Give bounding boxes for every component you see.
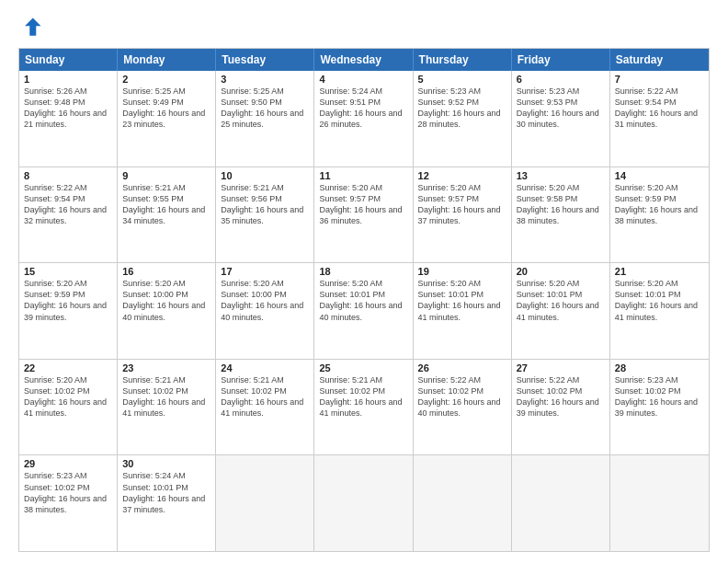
day-number: 21	[615, 266, 704, 277]
calendar-cell: 8Sunrise: 5:22 AM Sunset: 9:54 PM Daylig…	[19, 167, 118, 263]
day-detail: Sunrise: 5:21 AM Sunset: 9:55 PM Dayligh…	[122, 182, 210, 227]
calendar-cell: 27Sunrise: 5:22 AM Sunset: 10:02 PM Dayl…	[512, 360, 610, 455]
day-detail: Sunrise: 5:20 AM Sunset: 10:00 PM Daylig…	[122, 278, 210, 323]
calendar-cell: 24Sunrise: 5:21 AM Sunset: 10:02 PM Dayl…	[216, 360, 314, 455]
day-detail: Sunrise: 5:20 AM Sunset: 10:01 PM Daylig…	[615, 278, 704, 323]
calendar-cell	[314, 455, 413, 551]
page: SundayMondayTuesdayWednesdayThursdayFrid…	[0, 0, 728, 563]
calendar-cell: 3Sunrise: 5:25 AM Sunset: 9:50 PM Daylig…	[216, 71, 314, 167]
calendar-cell: 6Sunrise: 5:23 AM Sunset: 9:53 PM Daylig…	[512, 71, 610, 167]
day-number: 10	[221, 170, 309, 181]
day-number: 18	[319, 266, 407, 277]
calendar-cell: 9Sunrise: 5:21 AM Sunset: 9:55 PM Daylig…	[118, 167, 216, 263]
day-number: 25	[319, 362, 407, 373]
day-detail: Sunrise: 5:21 AM Sunset: 10:02 PM Daylig…	[221, 374, 309, 419]
day-detail: Sunrise: 5:24 AM Sunset: 9:51 PM Dayligh…	[319, 86, 407, 131]
day-detail: Sunrise: 5:20 AM Sunset: 9:58 PM Dayligh…	[517, 182, 605, 227]
calendar-cell: 15Sunrise: 5:20 AM Sunset: 9:59 PM Dayli…	[19, 263, 118, 359]
calendar-cell: 26Sunrise: 5:22 AM Sunset: 10:02 PM Dayl…	[414, 360, 512, 455]
day-detail: Sunrise: 5:25 AM Sunset: 9:49 PM Dayligh…	[122, 86, 210, 131]
day-number: 2	[122, 74, 210, 85]
day-detail: Sunrise: 5:20 AM Sunset: 10:02 PM Daylig…	[24, 374, 112, 419]
calendar-cell	[512, 455, 610, 551]
day-number: 30	[122, 458, 210, 469]
calendar-week: 1Sunrise: 5:26 AM Sunset: 9:48 PM Daylig…	[19, 71, 709, 167]
day-detail: Sunrise: 5:22 AM Sunset: 10:02 PM Daylig…	[517, 374, 605, 419]
logo-icon	[18, 15, 44, 40]
day-detail: Sunrise: 5:20 AM Sunset: 10:01 PM Daylig…	[418, 278, 506, 323]
calendar-cell: 30Sunrise: 5:24 AM Sunset: 10:01 PM Dayl…	[118, 455, 216, 551]
day-detail: Sunrise: 5:21 AM Sunset: 9:56 PM Dayligh…	[221, 182, 309, 227]
day-detail: Sunrise: 5:22 AM Sunset: 9:54 PM Dayligh…	[24, 182, 112, 227]
day-number: 13	[517, 170, 605, 181]
calendar-cell: 10Sunrise: 5:21 AM Sunset: 9:56 PM Dayli…	[216, 167, 314, 263]
calendar-cell: 21Sunrise: 5:20 AM Sunset: 10:01 PM Dayl…	[610, 263, 709, 359]
calendar-cell: 11Sunrise: 5:20 AM Sunset: 9:57 PM Dayli…	[314, 167, 413, 263]
calendar-cell: 18Sunrise: 5:20 AM Sunset: 10:01 PM Dayl…	[314, 263, 413, 359]
day-number: 11	[319, 170, 407, 181]
day-detail: Sunrise: 5:22 AM Sunset: 9:54 PM Dayligh…	[615, 86, 704, 131]
day-detail: Sunrise: 5:21 AM Sunset: 10:02 PM Daylig…	[122, 374, 210, 419]
day-number: 17	[221, 266, 309, 277]
day-detail: Sunrise: 5:20 AM Sunset: 9:57 PM Dayligh…	[319, 182, 407, 227]
day-number: 19	[418, 266, 506, 277]
calendar-header: SundayMondayTuesdayWednesdayThursdayFrid…	[19, 49, 709, 71]
calendar-cell: 12Sunrise: 5:20 AM Sunset: 9:57 PM Dayli…	[414, 167, 512, 263]
day-detail: Sunrise: 5:20 AM Sunset: 9:57 PM Dayligh…	[418, 182, 506, 227]
day-number: 12	[418, 170, 506, 181]
calendar-week: 15Sunrise: 5:20 AM Sunset: 9:59 PM Dayli…	[19, 262, 709, 359]
day-number: 24	[221, 362, 309, 373]
day-number: 27	[517, 362, 605, 373]
logo	[18, 15, 48, 40]
day-detail: Sunrise: 5:23 AM Sunset: 9:52 PM Dayligh…	[418, 86, 506, 131]
calendar-cell: 19Sunrise: 5:20 AM Sunset: 10:01 PM Dayl…	[414, 263, 512, 359]
calendar-cell: 22Sunrise: 5:20 AM Sunset: 10:02 PM Dayl…	[19, 360, 118, 455]
day-number: 4	[319, 74, 407, 85]
day-number: 23	[122, 362, 210, 373]
day-detail: Sunrise: 5:20 AM Sunset: 10:01 PM Daylig…	[517, 278, 605, 323]
calendar-week: 29Sunrise: 5:23 AM Sunset: 10:02 PM Dayl…	[19, 454, 709, 551]
day-number: 26	[418, 362, 506, 373]
day-number: 9	[122, 170, 210, 181]
weekday-header: Thursday	[414, 49, 512, 71]
calendar-cell: 23Sunrise: 5:21 AM Sunset: 10:02 PM Dayl…	[118, 360, 216, 455]
day-number: 20	[517, 266, 605, 277]
weekday-header: Monday	[118, 49, 216, 71]
calendar-cell: 1Sunrise: 5:26 AM Sunset: 9:48 PM Daylig…	[19, 71, 118, 167]
day-number: 3	[221, 74, 309, 85]
day-number: 29	[24, 458, 112, 469]
calendar-week: 22Sunrise: 5:20 AM Sunset: 10:02 PM Dayl…	[19, 359, 709, 455]
day-detail: Sunrise: 5:20 AM Sunset: 10:01 PM Daylig…	[319, 278, 407, 323]
calendar-cell	[610, 455, 709, 551]
calendar-body: 1Sunrise: 5:26 AM Sunset: 9:48 PM Daylig…	[19, 71, 709, 551]
calendar-cell: 7Sunrise: 5:22 AM Sunset: 9:54 PM Daylig…	[610, 71, 709, 167]
day-number: 15	[24, 266, 112, 277]
day-detail: Sunrise: 5:23 AM Sunset: 10:02 PM Daylig…	[615, 374, 704, 419]
day-detail: Sunrise: 5:26 AM Sunset: 9:48 PM Dayligh…	[24, 86, 112, 131]
day-number: 5	[418, 74, 506, 85]
calendar-cell: 14Sunrise: 5:20 AM Sunset: 9:59 PM Dayli…	[610, 167, 709, 263]
weekday-header: Wednesday	[314, 49, 413, 71]
day-detail: Sunrise: 5:20 AM Sunset: 10:00 PM Daylig…	[221, 278, 309, 323]
calendar-cell	[216, 455, 314, 551]
calendar-cell: 5Sunrise: 5:23 AM Sunset: 9:52 PM Daylig…	[414, 71, 512, 167]
day-number: 7	[615, 74, 704, 85]
calendar-cell: 13Sunrise: 5:20 AM Sunset: 9:58 PM Dayli…	[512, 167, 610, 263]
day-number: 6	[517, 74, 605, 85]
day-number: 28	[615, 362, 704, 373]
calendar-cell: 16Sunrise: 5:20 AM Sunset: 10:00 PM Dayl…	[118, 263, 216, 359]
day-detail: Sunrise: 5:23 AM Sunset: 10:02 PM Daylig…	[24, 470, 112, 515]
day-detail: Sunrise: 5:23 AM Sunset: 9:53 PM Dayligh…	[517, 86, 605, 131]
calendar-cell: 17Sunrise: 5:20 AM Sunset: 10:00 PM Dayl…	[216, 263, 314, 359]
calendar-cell: 29Sunrise: 5:23 AM Sunset: 10:02 PM Dayl…	[19, 455, 118, 551]
weekday-header: Sunday	[19, 49, 118, 71]
weekday-header: Tuesday	[216, 49, 314, 71]
day-detail: Sunrise: 5:22 AM Sunset: 10:02 PM Daylig…	[418, 374, 506, 419]
day-number: 1	[24, 74, 112, 85]
weekday-header: Friday	[512, 49, 610, 71]
calendar-cell	[414, 455, 512, 551]
day-detail: Sunrise: 5:21 AM Sunset: 10:02 PM Daylig…	[319, 374, 407, 419]
header	[18, 15, 710, 40]
day-detail: Sunrise: 5:20 AM Sunset: 9:59 PM Dayligh…	[615, 182, 704, 227]
calendar-cell: 25Sunrise: 5:21 AM Sunset: 10:02 PM Dayl…	[314, 360, 413, 455]
